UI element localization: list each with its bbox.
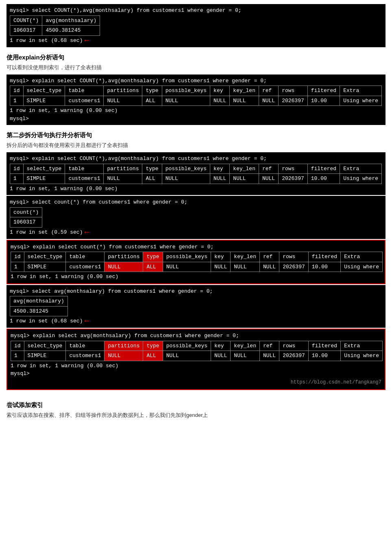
terminal-block2: mysql> select count(*) from customers1 w… — [7, 196, 385, 239]
h-extra: Extra — [340, 86, 382, 96]
r-table: customers1 — [65, 96, 104, 106]
r-key: NULL — [210, 96, 230, 106]
h-select-type: select_type — [23, 86, 65, 96]
h-possible-keys: possible_keys — [162, 86, 210, 96]
section2-desc: 可以看到没使用到索引，进行了全表扫描 — [7, 64, 385, 71]
terminal-block1: mysql> explain select COUNT(*),avg(month… — [7, 152, 385, 195]
h-id: id — [10, 86, 24, 96]
b1-footer: 1 row in set, 1 warning (0.00 sec) — [10, 185, 382, 193]
footer-prompt2: mysql> — [10, 115, 382, 123]
b3-query: mysql> explain select count(*) from cust… — [11, 243, 381, 251]
h-key-len: key_len — [230, 86, 259, 96]
query-line1: mysql> select COUNT(*),avg(monthsalary) … — [10, 7, 382, 15]
red-arrow-icon: ← — [84, 37, 89, 45]
r-rows: 2026397 — [279, 96, 308, 106]
r-id: 1 — [10, 96, 24, 106]
terminal-block3-wrapper: mysql> explain select count(*) from cust… — [7, 240, 385, 284]
r-select-type: SIMPLE — [23, 96, 65, 106]
r-extra: Using where — [340, 96, 382, 106]
section3-heading: 第二步拆分语句执行并分析语句 — [7, 132, 385, 139]
section4-desc: 索引应该添加在搜索、排序、归组等操作所涉及的数据列上，那么我们先加到gender… — [7, 412, 385, 419]
h-key: key — [210, 86, 230, 96]
header-count: COUNT(*) — [10, 15, 42, 26]
header-avg: avg(monthsalary) — [42, 15, 100, 26]
terminal-block4: mysql> select avg(monthsalary) from cust… — [7, 285, 385, 328]
b2-query: mysql> select count(*) from customers1 w… — [10, 198, 382, 206]
b4-footer: 1 row in set (0.68 sec) ← — [10, 317, 382, 325]
red-arrow-icon2: ← — [84, 228, 89, 237]
b5-url: https://blog.csdn.net/fangkang7 — [11, 378, 381, 387]
h-rows: rows — [279, 86, 308, 96]
h-table: table — [65, 86, 104, 96]
b1-query: mysql> explain select COUNT(*),avg(month… — [10, 155, 382, 163]
section3-desc: 拆分后的语句都没有使用索引并且都进行了全表扫描 — [7, 142, 385, 149]
val-count: 1060317 — [10, 26, 42, 36]
b5-footer1: 1 row in set, 1 warning (0.00 sec) — [11, 362, 381, 370]
r-partitions: NULL — [104, 96, 142, 106]
r-filtered: 10.00 — [307, 96, 340, 106]
terminal-block3: mysql> explain select count(*) from cust… — [7, 241, 385, 283]
terminal-section2: mysql> explain select COUNT(*),avg(month… — [7, 75, 385, 125]
terminal-section1: mysql> select COUNT(*),avg(monthsalary) … — [7, 4, 385, 47]
b2-footer: 1 row in set (0.59 sec) ← — [10, 228, 382, 237]
b4-query: mysql> select avg(monthsalary) from cust… — [10, 287, 382, 296]
b5-footer2: mysql> — [11, 370, 381, 378]
query-line2: mysql> explain select COUNT(*),avg(month… — [10, 77, 382, 85]
h-ref: ref — [259, 86, 278, 96]
b5-query: mysql> explain select avg(monthsalary) f… — [11, 332, 381, 340]
terminal-block5-wrapper: mysql> explain select avg(monthsalary) f… — [7, 329, 385, 390]
h-filtered: filtered — [307, 86, 340, 96]
h-type: type — [142, 86, 162, 96]
r-ref: NULL — [259, 96, 278, 106]
section4-heading: 尝试添加索引 — [7, 401, 385, 409]
terminal-block5: mysql> explain select avg(monthsalary) f… — [7, 329, 385, 389]
footer1: 1 row in set (0.68 sec) ← — [10, 37, 382, 45]
red-arrow-icon3: ← — [84, 317, 89, 325]
val-avg: 4500.381245 — [42, 26, 100, 36]
footer-warn2: 1 row in set, 1 warning (0.00 sec) — [10, 107, 382, 115]
r-possible-keys: NULL — [162, 96, 210, 106]
r-type: ALL — [142, 96, 162, 106]
h-partitions: partitions — [104, 86, 142, 96]
section2-heading: 使用explain分析语句 — [7, 54, 385, 61]
r-key-len: NULL — [230, 96, 259, 106]
b3-footer: 1 row in set, 1 warning (0.00 sec) — [11, 273, 381, 281]
